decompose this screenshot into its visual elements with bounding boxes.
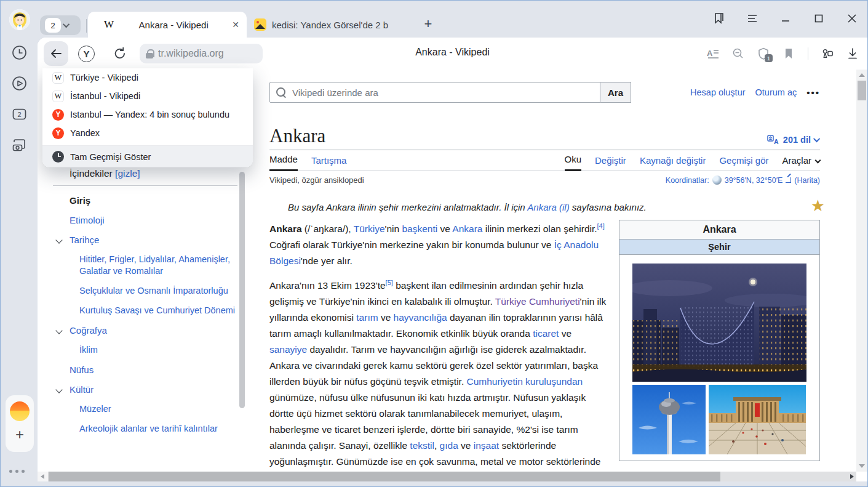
inline-link[interactable]: ticaret [533, 328, 559, 339]
history-menu-item[interactable]: Istanbul — Yandex: 4 bin sonuç bulundu [42, 105, 253, 124]
inline-link[interactable]: [4] [597, 222, 605, 230]
toc-item[interactable]: Nüfus [53, 364, 237, 376]
toc-item[interactable]: Müzeler [53, 403, 237, 415]
create-account-link[interactable]: Hesap oluştur [690, 87, 745, 97]
toc-item[interactable]: Etimoloji [53, 214, 237, 226]
screenshot-icon[interactable] [12, 137, 27, 153]
scroll-left-box[interactable] [38, 472, 48, 481]
toc-item[interactable]: Kurtuluş Savaşı ve Cumhuriyet Dönemi [53, 305, 237, 316]
inline-link[interactable]: Türkiye [354, 223, 385, 234]
view-degistir[interactable]: Değiştir [595, 155, 626, 171]
minimize-icon[interactable] [780, 13, 791, 24]
add-service-plus-icon[interactable]: + [15, 429, 24, 441]
toc-scrollbar[interactable] [239, 172, 245, 408]
language-selector[interactable]: A 201 dil [767, 135, 820, 147]
inline-link[interactable]: Türkiye Cumhuriyeti [495, 296, 580, 307]
more-options-dots[interactable]: ••• [806, 87, 820, 98]
toc-item[interactable]: Hititler, Frigler, Lidyalılar, Ahamenişl… [53, 254, 237, 277]
toc-item-label: Kültür [70, 384, 94, 395]
search-input[interactable] [269, 82, 600, 103]
maximize-icon[interactable] [813, 13, 824, 24]
map-link[interactable]: (Harita) [794, 176, 820, 185]
anitkabir-photo[interactable] [709, 385, 806, 454]
globe-icon[interactable] [712, 175, 722, 185]
horizontal-scrollbar[interactable] [38, 472, 856, 481]
toc-item[interactable]: Arkeolojik alanlar ve tarihî kalıntılar [53, 423, 237, 435]
inline-link[interactable]: Ankara [452, 223, 482, 234]
scroll-left-arrow-icon[interactable] [41, 474, 44, 479]
history-menu-item[interactable]: Yandex [42, 124, 253, 142]
yandex-home-button[interactable]: Y [78, 46, 95, 62]
history-menu-item[interactable]: İstanbul - Vikipedi [42, 87, 253, 105]
new-tab-button[interactable]: + [421, 18, 435, 31]
collections-icon[interactable] [821, 47, 834, 60]
login-link[interactable]: Oturum aç [755, 87, 797, 97]
show-full-history-item[interactable]: Tam Geçmişi Göster [42, 145, 253, 167]
rail-more-dots-icon[interactable] [9, 470, 25, 473]
tab-counter-dropdown[interactable]: 2 [40, 15, 81, 35]
inline-link[interactable]: inşaat [474, 440, 499, 451]
rail-tab-count: 2 [17, 111, 21, 118]
vertical-scrollbar[interactable] [856, 70, 867, 472]
history-icon[interactable] [12, 45, 27, 60]
coordinates-label[interactable]: Koordinatlar: [666, 176, 709, 185]
toc-item[interactable]: Tarihçe [53, 234, 237, 246]
close-tab-icon[interactable]: ✕ [232, 20, 239, 30]
back-button[interactable] [44, 41, 68, 66]
history-menu-item[interactable]: Türkiye - Vikipedi [42, 68, 253, 87]
toc-item[interactable]: Giriş [53, 195, 237, 206]
inline-link[interactable]: [5] [386, 279, 393, 286]
toc-item[interactable]: Kültür [53, 384, 237, 395]
tab-madde[interactable]: Madde [269, 154, 298, 171]
zoom-out-icon[interactable] [732, 47, 744, 60]
horizontal-scroll-thumb[interactable] [49, 472, 720, 481]
ankara-night-skyline-photo[interactable] [632, 264, 806, 382]
site-favicon [52, 91, 64, 102]
inline-link[interactable]: hayvancılığa [394, 312, 447, 323]
tabs-panel-icon[interactable]: 2 [12, 107, 27, 122]
text-run: Bu sayfa Ankara ilinin şehir merkezini a… [288, 202, 527, 212]
view-oku[interactable]: Oku [565, 154, 582, 171]
reload-button[interactable] [113, 46, 127, 61]
toc-item[interactable]: Selçuklular ve Osmanlı İmparatorluğu [53, 285, 237, 297]
inline-link[interactable]: sanayiye [269, 344, 307, 355]
tab-tartisma[interactable]: Tartışma [311, 155, 347, 171]
search-icon [276, 87, 287, 98]
scroll-up-arrow-icon[interactable] [859, 73, 865, 77]
menu-icon[interactable] [747, 13, 758, 24]
text-run: ve [437, 223, 452, 234]
coordinates-value[interactable]: 39°56′N, 32°50′E [725, 176, 783, 185]
inline-link[interactable]: tekstil [410, 440, 434, 451]
toc-item[interactable]: Coğrafya [53, 324, 237, 336]
scroll-right-arrow-icon[interactable] [850, 474, 854, 479]
site-favicon [52, 109, 64, 121]
address-bar[interactable]: tr.wikipedia.org [140, 44, 263, 63]
site-favicon [52, 127, 64, 139]
atakule-tower-photo[interactable] [632, 385, 706, 454]
inline-link[interactable]: gıda [440, 440, 458, 451]
inline-link[interactable]: Cumhuriyetin kuruluşundan [467, 376, 583, 387]
yandex-service-icon[interactable] [10, 401, 30, 421]
download-icon[interactable] [846, 47, 859, 60]
toc-item-label: Coğrafya [70, 325, 107, 336]
inline-link[interactable]: başkenti [402, 223, 437, 234]
bookmark-flag-icon[interactable] [782, 47, 795, 60]
sidebar-panel-icon[interactable] [714, 13, 725, 24]
tools-dropdown[interactable]: Araçlar [782, 155, 820, 171]
scroll-down-arrow-icon[interactable] [859, 464, 865, 468]
view-gecmisi-gor[interactable]: Geçmişi gör [719, 155, 768, 171]
reader-mode-icon[interactable]: A [707, 47, 719, 60]
close-window-icon[interactable] [846, 13, 858, 24]
inline-link[interactable]: Ankara (il) [527, 202, 569, 212]
media-play-icon[interactable] [12, 76, 27, 91]
search-button[interactable]: Ara [600, 82, 631, 103]
inline-link[interactable]: tarım [356, 312, 378, 323]
view-kaynagi-degistir[interactable]: Kaynağı değiştir [640, 155, 706, 171]
tab-kedisi-yandex-gorsel[interactable]: kedisi: Yandex Görsel'de 2 b [248, 12, 415, 38]
toc-hide-link[interactable]: [gizle] [115, 168, 140, 179]
profile-avatar[interactable] [9, 9, 30, 30]
tab-ankara-vikipedi[interactable]: W Ankara - Vikipedi ✕ [88, 12, 247, 38]
vertical-scroll-thumb[interactable] [858, 81, 866, 100]
protect-shield-icon[interactable]: 1 [757, 47, 770, 60]
toc-item[interactable]: İklim [53, 344, 237, 356]
